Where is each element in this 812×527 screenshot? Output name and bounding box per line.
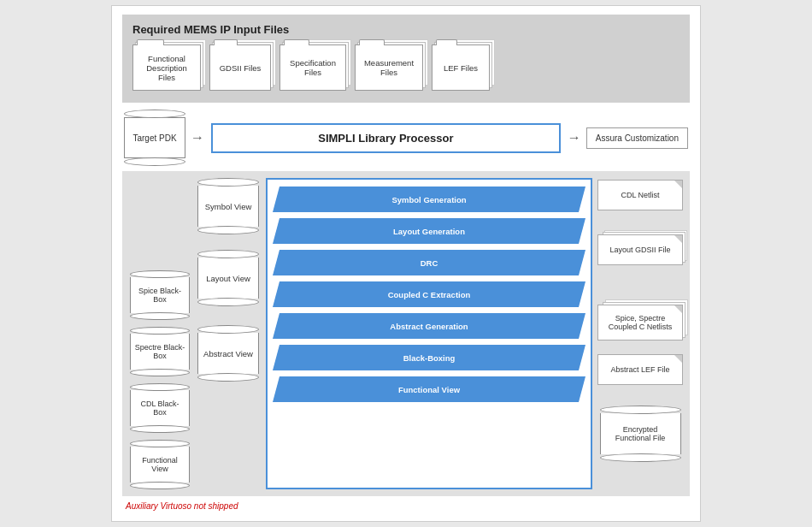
top-section: Required MEMS IP Input Files Functional … [122, 15, 690, 103]
pdk-label: Target PDK [132, 133, 176, 143]
pdk-assura-row: Target PDK → SIMPLI Library Processor → … [122, 110, 690, 166]
step-functional-view: Functional View [273, 376, 585, 402]
symbol-view-label: Symbol View [205, 202, 252, 211]
diagram-container: Required MEMS IP Input Files Functional … [111, 5, 701, 522]
input-file-functional: Functional Description Files [132, 44, 201, 91]
cdl-netlist-label: CDL Netlist [621, 191, 659, 199]
input-file-spec-label: Specification Files [284, 58, 342, 77]
assura-area: → Assura Customization [568, 127, 688, 149]
step-black-boxing: Black-Boxing [273, 345, 585, 370]
spice-bb-label: Spice Black-Box [134, 287, 185, 304]
spectre-bb-label: Spectre Black-Box [134, 343, 185, 360]
input-file-measurement-label: Measurement Files [359, 58, 419, 77]
assura-box: Assura Customization [586, 127, 688, 149]
encrypted-func-cylinder: Encrypted Functional File [597, 406, 683, 462]
encrypted-func-label: Encrypted Functional File [605, 425, 676, 442]
abstract-lef-doc: Abstract LEF File [597, 354, 683, 385]
bottom-note: Auxiliary Virtuoso not shipped [122, 501, 690, 511]
right-outputs-col: CDL Netlist Layout GDSII File Spice, Spe… [597, 178, 683, 489]
bottom-note-text: Auxiliary Virtuoso not shipped [126, 501, 238, 511]
processor-title: SIMPLI Library Processor [318, 132, 453, 145]
pdk-arrow: → [191, 130, 204, 145]
input-file-lef-label: LEF Files [444, 63, 478, 73]
abstract-view-cylinder: Abstract View [196, 325, 261, 382]
input-file-lef: LEF Files [432, 44, 490, 91]
layout-gdsii-label: Layout GDSII File [609, 246, 670, 254]
step-coupled-c: Coupled C Extraction [273, 281, 585, 307]
spectre-bb-cylinder: Spectre Black-Box [129, 327, 191, 376]
processor-title-box: SIMPLI Library Processor [211, 123, 561, 153]
far-left-col: Spice Black-Box Spectre Black-Box CDL Bl… [129, 178, 191, 489]
step-symbol-gen: Symbol Generation [273, 187, 585, 212]
inner-left-col: Symbol View Layout View Abstract View [196, 178, 261, 489]
top-title: Required MEMS IP Input Files [132, 23, 680, 36]
input-file-functional-label: Functional Description Files [137, 54, 197, 82]
input-file-gdsii: GDSII Files [209, 44, 271, 91]
functional-view-fl-label: Functional View [134, 456, 185, 473]
main-section: Spice Black-Box Spectre Black-Box CDL Bl… [122, 171, 690, 496]
cdl-bb-label: CDL Black-Box [134, 400, 185, 417]
functional-view-fl-cylinder: Functional View [129, 440, 191, 489]
spice-bb-cylinder: Spice Black-Box [129, 270, 191, 320]
step-drc: DRC [273, 250, 585, 275]
input-files-row: Functional Description Files GDSII Files… [132, 44, 680, 91]
step-layout-gen: Layout Generation [273, 218, 585, 244]
assura-label: Assura Customization [596, 133, 679, 143]
spice-coupled-label: Spice, Spectre Coupled C Netlists [603, 314, 677, 331]
symbol-view-cylinder: Symbol View [196, 178, 261, 234]
layout-view-cylinder: Layout View [196, 250, 261, 306]
spice-coupled-doc: Spice, Spectre Coupled C Netlists [597, 305, 683, 340]
abstract-lef-label: Abstract LEF File [610, 365, 669, 374]
layout-view-label: Layout View [206, 274, 250, 283]
step-abstract-gen: Abstract Generation [273, 313, 585, 339]
center-processor: Symbol Generation Layout Generation DRC … [266, 178, 592, 489]
assura-arrow: → [568, 130, 581, 145]
cdl-bb-cylinder: CDL Black-Box [129, 383, 191, 433]
pdk-cylinder: Target PDK → [124, 110, 204, 166]
cdl-netlist-doc: CDL Netlist [597, 180, 683, 210]
abstract-view-label: Abstract View [203, 349, 253, 358]
input-file-measurement: Measurement Files [355, 44, 423, 91]
input-file-gdsii-label: GDSII Files [220, 63, 262, 73]
layout-gdsii-doc: Layout GDSII File [597, 234, 683, 265]
input-file-spec: Specification Files [279, 44, 346, 91]
